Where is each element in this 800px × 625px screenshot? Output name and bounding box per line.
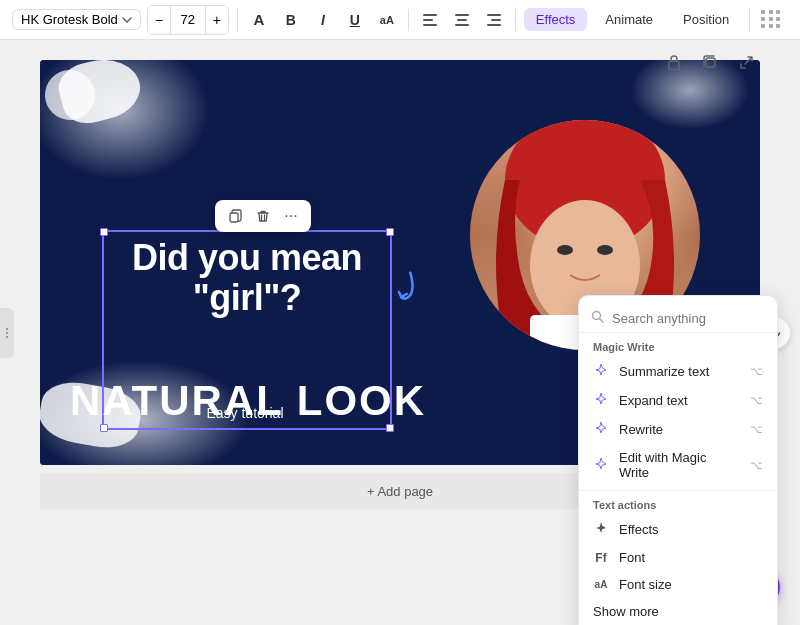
font-size-icon: aA — [593, 579, 609, 590]
sparkle-icon-3 — [594, 421, 608, 435]
font-color-btn[interactable]: A — [246, 7, 272, 33]
font-size-item[interactable]: aA Font size — [579, 571, 777, 598]
svg-point-11 — [6, 327, 8, 329]
bold-btn[interactable]: B — [278, 7, 304, 33]
expand-text-label: Expand text — [619, 393, 740, 408]
sparkle-icon-1 — [594, 363, 608, 377]
add-page-label: + Add page — [367, 484, 433, 499]
show-more-label: Show more — [593, 604, 763, 619]
magic-icon-3 — [593, 421, 609, 438]
dropdown-divider — [579, 490, 777, 491]
canvas-top-icons — [660, 48, 760, 76]
svg-point-17 — [597, 245, 613, 255]
effects-sparkle-icon — [593, 521, 609, 538]
svg-rect-6 — [487, 14, 501, 16]
copy-element-btn[interactable] — [223, 204, 247, 228]
svg-rect-3 — [455, 14, 469, 16]
font-size-menu-label: Font size — [619, 577, 763, 592]
search-row — [579, 304, 777, 333]
svg-rect-0 — [423, 14, 437, 16]
align-right-btn[interactable] — [481, 7, 507, 33]
left-panel-handle[interactable] — [0, 308, 14, 358]
magic-icon-4 — [593, 457, 609, 474]
expand-shortcut: ⌥ — [750, 394, 763, 407]
rewrite-item[interactable]: Rewrite ⌥ — [579, 415, 777, 444]
case-btn[interactable]: aA — [374, 7, 400, 33]
sparkle-icon-2 — [594, 392, 608, 406]
handle-tl[interactable] — [100, 228, 108, 236]
effects-menu-label: Effects — [619, 522, 763, 537]
canvas-area: ··· Did you mean "girl"? Easy tutorial N… — [0, 40, 800, 625]
svg-rect-20 — [230, 213, 238, 222]
text-actions-section-label: Text actions — [579, 495, 777, 515]
svg-rect-10 — [706, 58, 715, 67]
decrease-size-btn[interactable]: − — [148, 6, 170, 34]
svg-rect-4 — [457, 19, 467, 21]
divider-3 — [515, 9, 516, 31]
handle-bl[interactable] — [100, 424, 108, 432]
svg-rect-5 — [455, 24, 469, 26]
show-more-item[interactable]: Show more — [579, 598, 777, 625]
summarize-label: Summarize text — [619, 364, 740, 379]
magnifier-icon — [591, 310, 604, 323]
dropdown-panel: Magic Write Summarize text ⌥ Expand text… — [578, 295, 778, 625]
svg-point-13 — [6, 335, 8, 337]
align-right-icon — [487, 14, 501, 26]
ellipsis-icon: ··· — [284, 208, 297, 224]
handle-tr[interactable] — [386, 228, 394, 236]
edit-magic-write-item[interactable]: Edit with Magic Write ⌥ — [579, 444, 777, 486]
font-size-input[interactable] — [170, 6, 206, 34]
delete-element-btn[interactable] — [251, 204, 275, 228]
duplicate-btn[interactable] — [696, 48, 724, 76]
font-selector[interactable]: HK Grotesk Bold — [12, 9, 141, 30]
handle-icon — [5, 325, 9, 341]
more-options-btn[interactable]: ··· — [279, 204, 303, 228]
font-item[interactable]: Ff Font — [579, 544, 777, 571]
expand-text-item[interactable]: Expand text ⌥ — [579, 386, 777, 415]
align-center-btn[interactable] — [449, 7, 475, 33]
align-left-icon — [423, 14, 437, 26]
position-tab[interactable]: Position — [671, 8, 741, 31]
animate-tab[interactable]: Animate — [593, 8, 665, 31]
svg-point-12 — [6, 331, 8, 333]
expand-icon — [739, 55, 754, 70]
effects-tab[interactable]: Effects — [524, 8, 588, 31]
lock-icon — [667, 54, 681, 70]
font-name-label: HK Grotesk Bold — [21, 12, 118, 27]
increase-size-btn[interactable]: + — [206, 6, 228, 34]
summarize-shortcut: ⌥ — [750, 365, 763, 378]
floating-toolbar: ··· — [215, 200, 311, 232]
expand-btn[interactable] — [732, 48, 760, 76]
search-input[interactable] — [612, 311, 765, 326]
effects-item[interactable]: Effects — [579, 515, 777, 544]
edit-shortcut: ⌥ — [750, 459, 763, 472]
rewrite-shortcut: ⌥ — [750, 423, 763, 436]
duplicate-icon — [703, 55, 718, 70]
main-toolbar: HK Grotesk Bold − + A B I U aA Effects A… — [0, 0, 800, 40]
align-left-btn[interactable] — [417, 7, 443, 33]
handle-br[interactable] — [386, 424, 394, 432]
divider-1 — [237, 9, 238, 31]
big-text[interactable]: NATURAL LOOK — [70, 377, 426, 425]
summarize-text-item[interactable]: Summarize text ⌥ — [579, 357, 777, 386]
chevron-down-icon — [122, 17, 132, 23]
divider-2 — [408, 9, 409, 31]
main-text[interactable]: Did you mean "girl"? — [108, 238, 386, 317]
svg-rect-7 — [491, 19, 501, 21]
underline-btn[interactable]: U — [342, 7, 368, 33]
search-icon — [591, 310, 604, 326]
align-center-icon — [455, 14, 469, 26]
italic-btn[interactable]: I — [310, 7, 336, 33]
trash-icon — [256, 209, 270, 223]
svg-rect-2 — [423, 24, 437, 26]
edit-magic-write-label: Edit with Magic Write — [619, 450, 740, 480]
effects-icon — [594, 521, 608, 535]
rewrite-label: Rewrite — [619, 422, 740, 437]
svg-rect-8 — [487, 24, 501, 26]
font-menu-label: Font — [619, 550, 763, 565]
svg-rect-1 — [423, 19, 433, 21]
apps-btn[interactable] — [758, 7, 784, 33]
lock-btn[interactable] — [660, 48, 688, 76]
divider-4 — [749, 9, 750, 31]
copy-icon — [228, 209, 242, 223]
